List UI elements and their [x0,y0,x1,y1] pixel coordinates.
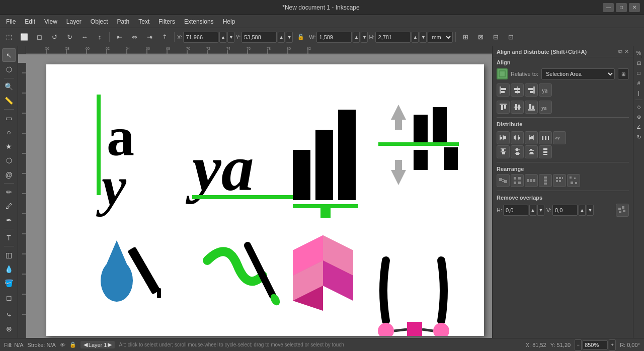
align-right-edges-btn[interactable] [525,83,538,97]
flip-v-btn[interactable]: ↕ [93,30,107,44]
snap-guide-btn[interactable]: | [634,89,643,98]
panel-close-btn[interactable]: ✕ [624,48,629,55]
menu-item-layer[interactable]: Layer [62,17,86,26]
rearrange-exchange-btn[interactable] [497,174,510,187]
menu-item-object[interactable]: Object [87,17,112,26]
star-tool[interactable]: ★ [2,140,16,153]
rearrange-grid-btn[interactable] [553,174,566,187]
lock-btn[interactable]: 🔒 [69,341,76,348]
layer-selector[interactable]: ◀ Layer 1 ▶ [80,341,115,348]
snap-bbox-btn[interactable]: □ [634,68,643,77]
dropper-tool[interactable]: 💧 [2,262,16,276]
rect-tool[interactable]: ▭ [2,111,16,125]
select-all-btn[interactable]: ⬜ [17,30,31,44]
align-left-btn[interactable]: ⇤ [112,30,126,44]
zoom-in-btn[interactable]: + [609,339,616,350]
menu-item-file[interactable]: File [2,17,20,26]
rotate-cw-btn[interactable]: ↻ [62,30,76,44]
zoom-input[interactable] [583,340,608,349]
overlap-h-input[interactable] [503,205,528,216]
overlap-v-input[interactable] [552,205,578,216]
selector-tool[interactable]: ↖ [2,48,16,62]
x-down-btn[interactable]: ▼ [227,32,234,43]
rearrange-random-btn[interactable] [511,174,524,187]
align-bottom-edges-btn[interactable] [525,101,538,114]
menu-item-help[interactable]: Help [219,17,239,26]
pencil-tool[interactable]: ✏ [2,185,16,199]
align-center-horiz-btn[interactable] [511,101,524,114]
w-up-btn[interactable]: ▲ [353,32,360,43]
zoom-out-btn[interactable]: − [575,339,582,350]
flip-h-btn[interactable]: ↔ [77,30,92,44]
align-text-baseline-btn[interactable]: ya [539,83,552,97]
minimize-button[interactable]: — [603,3,614,12]
dist-top-edges-btn[interactable] [497,145,510,158]
dist-bottom-edges-btn[interactable] [525,145,538,158]
maximize-button[interactable]: □ [616,3,627,12]
3d-box-tool[interactable]: ⬡ [2,154,16,167]
rearrange-row-btn[interactable] [525,174,538,187]
y-down-btn[interactable]: ▼ [286,32,293,43]
layer-arrow-left[interactable]: ◀ [84,341,88,348]
unit-select[interactable]: mm px pt cm in [428,32,453,43]
calligraphy-tool[interactable]: ✒ [2,214,16,227]
close-button[interactable]: ✕ [629,3,640,12]
drawing-canvas[interactable]: a y ya [46,64,484,336]
gradient-tool[interactable]: ◫ [2,248,16,261]
relative-to-select[interactable]: Selection Area First selected Last selec… [541,68,615,79]
panel-float-btn[interactable]: ⧉ [618,48,622,55]
align-top-btn[interactable]: ⇡ [157,30,172,44]
dist-horiz-gaps-btn[interactable] [539,131,552,144]
align-right-btn[interactable]: ⇥ [142,30,156,44]
rearrange-scatter-btn[interactable] [567,174,580,187]
y-input[interactable] [242,32,277,43]
align-top-edges-btn[interactable] [497,101,510,114]
measure-tool[interactable]: 📏 [2,94,16,108]
menu-item-view[interactable]: View [40,17,61,26]
snap-rotation-btn[interactable]: ↻ [634,132,643,141]
w-down-btn[interactable]: ▼ [361,32,368,43]
h-down-btn[interactable]: ▼ [420,32,427,43]
zoom-tool[interactable]: 🔍 [2,80,16,94]
dist-baseline-btn[interactable]: ay [553,131,566,144]
dist-centers-vert-btn[interactable] [511,145,524,158]
dist-centers-horiz-btn[interactable] [511,131,524,144]
snap-grid-btn[interactable]: # [634,78,643,87]
snap-angle-btn[interactable]: ∠ [634,122,643,131]
overlap-h-down[interactable]: ▼ [537,205,544,216]
ellipse-tool[interactable]: ○ [2,125,16,139]
menu-item-text[interactable]: Text [134,17,153,26]
pen-tool[interactable]: 🖊 [2,200,16,213]
menu-item-edit[interactable]: Edit [21,17,39,26]
text-tool[interactable]: T [2,231,16,244]
h-input[interactable] [375,32,411,43]
align-center-btn[interactable]: ⇔ [127,30,141,44]
layer-arrow-right[interactable]: ▶ [108,341,112,348]
transform-btn[interactable]: ⊞ [458,30,472,44]
rotate-ccw-btn[interactable]: ↺ [47,30,61,44]
node-tool[interactable]: ⬡ [2,62,16,76]
overlap-apply-btn[interactable] [616,204,629,217]
dist-left-edges-btn[interactable] [497,131,510,144]
dist-right-edges-btn[interactable] [525,131,538,144]
align-center-vert-btn[interactable] [511,83,524,97]
w-input[interactable] [316,32,352,43]
snap-btn[interactable]: ⊟ [489,30,503,44]
x-input[interactable] [183,32,218,43]
connector-tool[interactable]: ⤷ [2,308,16,321]
x-up-btn[interactable]: ▲ [219,32,226,43]
lock-ratio-btn[interactable]: 🔓 [294,30,308,44]
paint-tool[interactable]: 🪣 [2,277,16,290]
align-left-edges-btn[interactable] [497,83,510,97]
canvas-scroll[interactable]: a y ya [18,54,492,338]
y-up-btn[interactable]: ▲ [278,32,285,43]
deselect-btn[interactable]: ◻ [32,30,46,44]
menu-item-filters[interactable]: Filters [154,17,179,26]
dist-vert-gaps-btn[interactable] [539,145,552,158]
overlap-v-down[interactable]: ▼ [587,205,594,216]
menu-item-extensions[interactable]: Extensions [180,17,218,26]
align-text-btn2[interactable]: ya [539,101,552,114]
h-up-btn[interactable]: ▲ [412,32,419,43]
snap-nodes-btn[interactable]: ⊡ [634,58,643,67]
rearrange-col-btn[interactable] [539,174,552,187]
